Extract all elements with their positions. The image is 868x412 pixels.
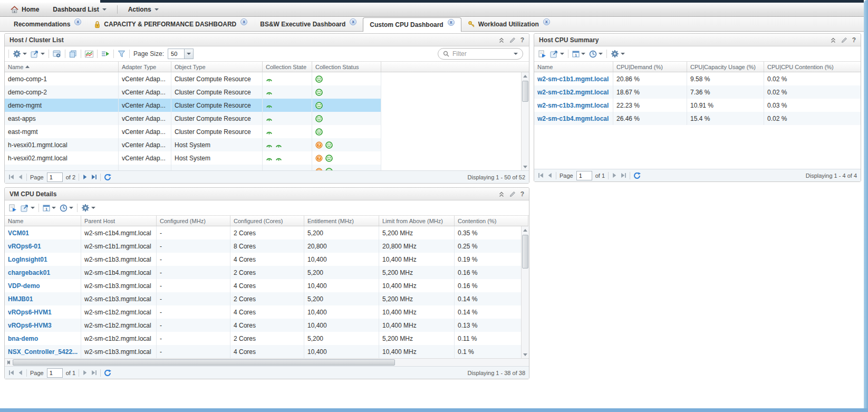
cell-host-link[interactable]: w2-sm-c1b1.mgmt.local: [534, 72, 613, 85]
help-icon[interactable]: ?: [520, 36, 524, 44]
menu-actions[interactable]: Actions: [123, 3, 164, 16]
cell-vm-link[interactable]: chargeback01: [5, 266, 81, 279]
table-row[interactable]: vROps6-HVM1 w2-sm-c1b2.mgmt.local - 4 Co…: [5, 305, 528, 319]
page-number-input[interactable]: [47, 368, 63, 378]
tab-bsw-executive-dashboard[interactable]: BS&W Executive Dashboard x: [254, 17, 363, 31]
scroll-up-button[interactable]: [522, 72, 529, 80]
column-header-cpu-capacity-usage[interactable]: CPU|Capacity Usage (%): [687, 62, 764, 72]
table-row[interactable]: vROps6-01 w2-sm-c1b1.mgmt.local - 8 Core…: [5, 239, 528, 253]
next-page-button[interactable]: [82, 370, 88, 376]
open-in-external-button[interactable]: [550, 50, 564, 58]
next-page-button[interactable]: [82, 174, 88, 180]
edit-pencil-icon[interactable]: [509, 37, 516, 43]
close-icon[interactable]: x: [543, 18, 550, 25]
table-row[interactable]: demo-comp-1 vCenter Adap... Cluster Comp…: [5, 72, 381, 85]
help-icon[interactable]: ?: [520, 190, 524, 198]
scroll-right-button[interactable]: [5, 359, 12, 366]
column-header-parent-host[interactable]: Parent Host: [81, 216, 157, 226]
cell-vm-link[interactable]: VDP-demo: [5, 279, 81, 292]
cell-vm-link[interactable]: HMJB01: [5, 292, 81, 305]
time-settings-button[interactable]: [60, 204, 73, 212]
refresh-icon[interactable]: [104, 369, 111, 377]
table-row[interactable]: w2-sm-c1b2.mgmt.local 18.67 % 7.36 % 0.0…: [534, 85, 861, 99]
previous-page-button[interactable]: [17, 174, 23, 180]
cell-vm-link[interactable]: vROps6-HVM1: [5, 305, 81, 319]
cell-host-link[interactable]: w2-sm-c1b4.mgmt.local: [534, 112, 613, 125]
column-header-configured-mhz[interactable]: Configured (MHz): [157, 216, 230, 226]
filter-input[interactable]: [452, 50, 510, 58]
column-header-collection-status[interactable]: Collection Status: [312, 62, 381, 72]
collapse-panel-icon[interactable]: [830, 37, 836, 43]
scrollbar-thumb[interactable]: [13, 359, 395, 366]
table-row[interactable]: ?: [5, 165, 381, 170]
filter-funnel-button[interactable]: [118, 50, 126, 58]
export-page-button[interactable]: [538, 50, 546, 58]
column-header-collection-state[interactable]: Collection State: [263, 62, 312, 72]
page-size-select[interactable]: 50: [168, 49, 194, 59]
cell-vm-link[interactable]: LogInsight01: [5, 253, 81, 266]
previous-page-button[interactable]: [547, 173, 553, 178]
column-header-configured-cores[interactable]: Configured (Cores): [230, 216, 304, 226]
filter-search-box[interactable]: [438, 48, 523, 60]
cell-vm-link[interactable]: vROps6-01: [5, 239, 81, 253]
help-icon[interactable]: ?: [852, 36, 856, 44]
table-row[interactable]: demo-mgmt vCenter Adap... Cluster Comput…: [5, 99, 381, 112]
cell-host-link[interactable]: w2-sm-c1b3.mgmt.local: [534, 99, 613, 112]
menu-dashboard-list[interactable]: Dashboard List: [47, 3, 111, 16]
time-settings-button[interactable]: [589, 50, 603, 58]
date-range-button[interactable]: 1: [572, 50, 585, 58]
cell-vm-link[interactable]: vROps6-HVM3: [5, 319, 81, 332]
last-page-button[interactable]: [621, 173, 626, 178]
previous-page-button[interactable]: [17, 370, 23, 376]
table-row[interactable]: w2-sm-c1b3.mgmt.local 22.23 % 10.91 % 0.…: [534, 99, 861, 112]
table-row[interactable]: chargeback01 w2-sm-c1b4.mgmt.local - 2 C…: [5, 266, 528, 279]
vertical-scrollbar[interactable]: [521, 226, 529, 358]
column-header-contention[interactable]: Contention (%): [455, 216, 528, 226]
scroll-down-button[interactable]: [522, 163, 529, 170]
column-header-name[interactable]: Name: [5, 216, 81, 226]
column-header-name[interactable]: Name: [534, 62, 613, 72]
column-header-limit-from-above[interactable]: Limit from Above (MHz): [379, 216, 455, 226]
first-page-button[interactable]: [8, 174, 14, 180]
table-row[interactable]: east-apps vCenter Adap... Cluster Comput…: [5, 112, 381, 125]
close-icon[interactable]: x: [350, 18, 356, 25]
table-row[interactable]: demo-comp-2 vCenter Adap... Cluster Comp…: [5, 85, 381, 99]
close-icon[interactable]: x: [448, 19, 455, 26]
table-row[interactable]: NSX_Controller_5422... w2-sm-c1b3.mgmt.l…: [5, 345, 528, 358]
tab-workload-utilization[interactable]: Workload Utilization x: [461, 17, 556, 31]
export-button[interactable]: [101, 51, 110, 57]
scrollbar-thumb[interactable]: [522, 81, 528, 102]
export-page-button[interactable]: [8, 204, 17, 212]
table-row[interactable]: vROps6-HVM3 w2-sm-c1b2.mgmt.local - 4 Co…: [5, 319, 528, 332]
column-header-entitlement-mhz[interactable]: Entitlement (MHz): [304, 216, 379, 226]
last-page-button[interactable]: [91, 370, 97, 376]
cell-vm-link[interactable]: VCM01: [5, 226, 81, 239]
first-page-button[interactable]: [538, 173, 544, 178]
chevron-down-icon[interactable]: [514, 53, 518, 55]
table-row[interactable]: bna-demo w2-sm-c1b2.mgmt.local - 2 Cores…: [5, 332, 528, 345]
cell-vm-link[interactable]: NSX_Controller_5422...: [5, 345, 81, 358]
column-header-adapter-type[interactable]: Adapter Type: [119, 62, 171, 72]
column-header-name[interactable]: Name: [5, 62, 119, 72]
menu-home[interactable]: Home: [5, 3, 44, 16]
tab-custom-cpu-dashboard[interactable]: Custom CPU Dashboard x: [363, 17, 461, 32]
dashboard-interactions-button[interactable]: [53, 50, 61, 58]
edit-pencil-icon[interactable]: [841, 37, 847, 43]
column-header-object-type[interactable]: Object Type: [171, 62, 263, 72]
refresh-icon[interactable]: [633, 172, 641, 179]
table-row[interactable]: east-mgmt vCenter Adap... Cluster Comput…: [5, 125, 381, 138]
table-row[interactable]: VCM01 w2-sm-c1b4.mgmt.local - 2 Cores 5,…: [5, 226, 528, 239]
cell-vm-link[interactable]: bna-demo: [5, 332, 81, 345]
table-row[interactable]: h-vesxi01.mgmt.local vCenter Adap... Hos…: [5, 138, 381, 151]
column-header-cpu-demand[interactable]: CPU|Demand (%): [613, 62, 687, 72]
page-number-input[interactable]: [47, 173, 63, 182]
cell-host-link[interactable]: w2-sm-c1b2.mgmt.local: [534, 85, 613, 99]
table-row[interactable]: LogInsight01 w2-sm-c1b3.mgmt.local - 4 C…: [5, 253, 528, 266]
tab-capacity-performance-dashboard[interactable]: CAPACITY & PERFORMANCE DASHBOARD x: [88, 17, 254, 31]
first-page-button[interactable]: [8, 370, 14, 376]
gear-menu-button[interactable]: [611, 50, 625, 58]
scroll-down-button[interactable]: [522, 351, 529, 358]
open-in-external-button[interactable]: [31, 50, 45, 58]
date-range-button[interactable]: 1: [43, 204, 56, 212]
gear-menu-button[interactable]: [13, 50, 27, 58]
